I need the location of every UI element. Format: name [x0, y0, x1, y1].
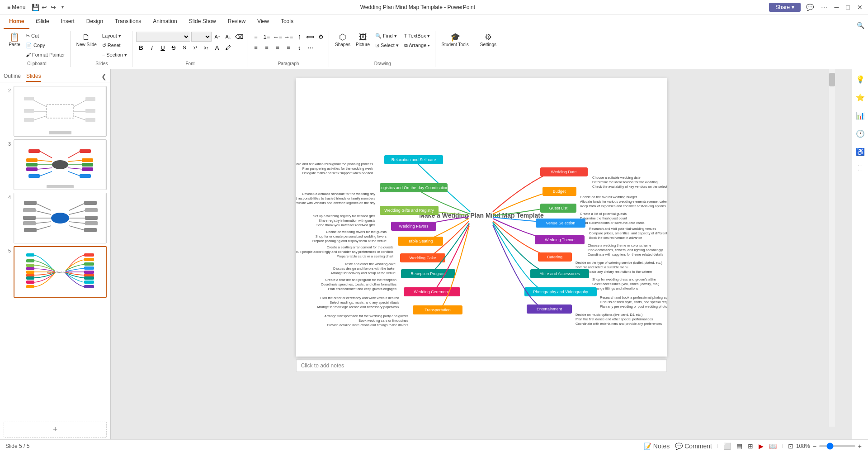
- svg-text:Arrange for marriage license a: Arrange for marriage license and necessa…: [316, 305, 399, 309]
- menu-button[interactable]: ≡ Menu: [4, 3, 29, 11]
- indent-less-button[interactable]: ←≡: [273, 32, 283, 42]
- copy-button[interactable]: 📄 Copy: [24, 41, 67, 50]
- picture-button[interactable]: 🖼 Picture: [354, 32, 372, 49]
- slide-thumb-2[interactable]: [14, 86, 107, 137]
- svg-text:Share registry information wit: Share registry information with guests: [318, 219, 375, 223]
- smart-art-button[interactable]: ⚙: [316, 32, 326, 42]
- paste-button[interactable]: 📋 Paste: [6, 32, 23, 49]
- share-button[interactable]: Share ▾: [769, 3, 800, 12]
- font-grow-button[interactable]: A↑: [212, 32, 222, 42]
- superscript-button[interactable]: x²: [190, 43, 200, 52]
- indent-more-button[interactable]: →≡: [283, 32, 293, 42]
- notes-bar[interactable]: Click to add notes: [296, 359, 667, 372]
- customize-icon[interactable]: ▾: [59, 4, 66, 11]
- zoom-fit-button[interactable]: ⊡: [787, 442, 794, 450]
- layout-button[interactable]: Layout ▾: [100, 32, 129, 40]
- bullets-button[interactable]: ≡: [251, 32, 261, 42]
- chart-icon[interactable]: 📊: [854, 109, 867, 122]
- more-options-icon[interactable]: ⋯: [819, 4, 829, 11]
- font-shrink-button[interactable]: A↓: [223, 32, 233, 42]
- font-size-select[interactable]: [191, 32, 212, 42]
- tab-insert[interactable]: Insert: [56, 14, 80, 29]
- justify-button[interactable]: ≡: [283, 43, 293, 52]
- line-spacing-button[interactable]: ↕: [294, 43, 304, 52]
- reset-button[interactable]: ↺ Reset: [100, 41, 129, 50]
- tab-view[interactable]: View: [252, 14, 274, 29]
- slideshow-button[interactable]: ▶: [758, 442, 764, 450]
- slide-thumb-4[interactable]: [14, 193, 107, 243]
- zoom-slider[interactable]: [819, 445, 855, 447]
- tab-islide[interactable]: iSlide: [30, 14, 54, 29]
- find-button[interactable]: 🔍 Find ▾: [373, 32, 401, 40]
- cut-button[interactable]: ✂ Cut: [24, 32, 67, 40]
- notes-button[interactable]: 📝 Notes: [643, 442, 670, 450]
- font-family-select[interactable]: [136, 32, 190, 42]
- svg-rect-26: [28, 174, 40, 178]
- slide-canvas[interactable]: Make a Wedding Plan Mind Map Template Re…: [296, 78, 667, 357]
- align-right-button[interactable]: ≡: [273, 43, 283, 52]
- arrange-button[interactable]: ⧉ Arrange ▾: [402, 41, 433, 50]
- scrollbar-thumb[interactable]: [829, 73, 835, 86]
- bold-button[interactable]: B: [136, 43, 146, 52]
- tab-tools[interactable]: Tools: [275, 14, 299, 29]
- columns-button[interactable]: ⫿: [294, 32, 304, 42]
- student-tools-button[interactable]: 🎓 Student Tools: [439, 32, 471, 49]
- tab-design[interactable]: Design: [81, 14, 108, 29]
- minimize-button[interactable]: ─: [833, 4, 841, 11]
- title-bar-left: ≡ Menu 💾 ↩ ↪ ▾: [4, 3, 66, 11]
- slides-tab[interactable]: Slides: [26, 71, 41, 82]
- underline-button[interactable]: U: [158, 43, 168, 52]
- tab-review[interactable]: Review: [222, 14, 251, 29]
- more-para-button[interactable]: ⋯: [305, 43, 315, 52]
- format-painter-button[interactable]: 🖌 Format Painter: [24, 51, 67, 59]
- section-button[interactable]: ≡ Section ▾: [100, 51, 129, 59]
- zoom-in-button[interactable]: +: [857, 442, 863, 450]
- maximize-button[interactable]: □: [844, 4, 852, 11]
- add-slide-button[interactable]: +: [4, 422, 107, 438]
- comment-button[interactable]: 💬 Comment: [674, 442, 713, 450]
- star-icon[interactable]: ⭐: [854, 91, 867, 104]
- panel-dots[interactable]: ⋮⋮: [858, 163, 863, 172]
- design-ideas-icon[interactable]: 💡: [854, 73, 867, 86]
- font-color-button[interactable]: A: [212, 43, 222, 52]
- undo-icon[interactable]: ↩: [41, 4, 48, 11]
- clock-icon[interactable]: 🕐: [854, 127, 867, 140]
- scrollbar-vertical[interactable]: [829, 69, 835, 427]
- comment-icon[interactable]: 💬: [804, 4, 816, 11]
- select-button[interactable]: ⊡ Select ▾: [373, 41, 401, 50]
- clear-format-button[interactable]: ⌫: [234, 32, 244, 42]
- text-direction-button[interactable]: ⟺: [305, 32, 315, 42]
- tab-animation[interactable]: Animation: [147, 14, 182, 29]
- highlight-button[interactable]: 🖍: [223, 43, 233, 52]
- outline-view-button[interactable]: ▤: [736, 442, 743, 450]
- slide-sorter-button[interactable]: ⊞: [747, 442, 754, 450]
- tab-home[interactable]: Home: [4, 14, 29, 29]
- numbering-button[interactable]: 1≡: [262, 32, 272, 42]
- zoom-out-button[interactable]: −: [812, 442, 817, 450]
- normal-view-button[interactable]: ⬜: [722, 442, 732, 450]
- italic-button[interactable]: I: [147, 43, 157, 52]
- reading-view-button[interactable]: 📖: [768, 442, 778, 450]
- settings-button[interactable]: ⚙ Settings: [478, 32, 499, 49]
- svg-text:Keep track of expenses and con: Keep track of expenses and consider cost…: [580, 204, 666, 208]
- accessibility-icon[interactable]: ♿: [854, 145, 867, 158]
- close-button[interactable]: ✕: [855, 4, 864, 11]
- svg-rect-12: [85, 109, 95, 113]
- tab-slideshow[interactable]: Slide Show: [184, 14, 222, 29]
- shapes-button[interactable]: ⬡ Shapes: [333, 32, 353, 49]
- tab-transitions[interactable]: Transitions: [109, 14, 146, 29]
- strikethrough-button[interactable]: S: [169, 43, 179, 52]
- align-center-button[interactable]: ≡: [262, 43, 272, 52]
- align-left-button[interactable]: ≡: [251, 43, 261, 52]
- sidebar-collapse-button[interactable]: ❮: [101, 73, 107, 80]
- outline-tab[interactable]: Outline: [4, 71, 21, 82]
- shadow-button[interactable]: S: [179, 43, 189, 52]
- subscript-button[interactable]: x₂: [201, 43, 211, 52]
- save-icon[interactable]: 💾: [32, 4, 39, 11]
- slide-thumb-3[interactable]: [14, 139, 107, 190]
- search-icon[interactable]: 🔍: [857, 22, 864, 29]
- slide-thumb-5[interactable]: Make a Wedding Plan: [14, 246, 107, 298]
- new-slide-button[interactable]: 🗋 New Slide: [74, 32, 99, 49]
- redo-icon[interactable]: ↪: [50, 4, 57, 11]
- textbox-button[interactable]: T TextBox ▾: [402, 32, 433, 40]
